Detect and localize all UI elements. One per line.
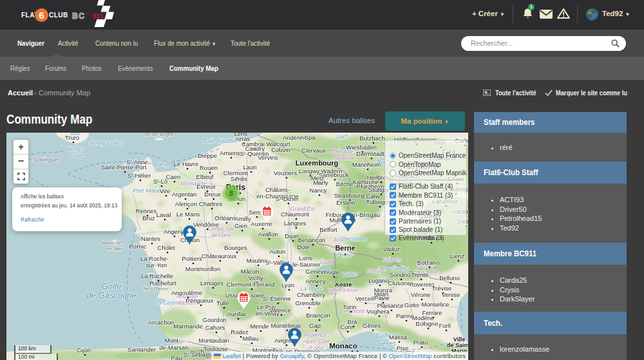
svg-text:Valence: Valence <box>269 307 291 314</box>
svg-text:Port Marie: Port Marie <box>133 187 161 194</box>
svg-text:Darmstadt: Darmstadt <box>356 150 384 157</box>
svg-text:Clervaux: Clervaux <box>301 147 326 154</box>
svg-text:Mannheim: Mannheim <box>352 161 381 168</box>
svg-text:Venise: Venise <box>442 291 460 298</box>
svg-text:Gijón: Gijón <box>77 346 91 354</box>
svg-text:Autun: Autun <box>270 248 286 255</box>
svg-text:Sᵗ-Hélier: Sᵗ-Hélier <box>128 172 151 179</box>
svg-text:Montmorillon: Montmorillon <box>185 265 220 272</box>
svg-text:Monza: Monza <box>374 287 393 294</box>
svg-text:Gênes: Gênes <box>377 340 395 347</box>
svg-text:Le Havre: Le Havre <box>174 160 199 167</box>
svg-text:Senlis: Senlis <box>231 175 247 182</box>
svg-text:Lyon: Lyon <box>281 281 294 289</box>
svg-text:Chartres: Chartres <box>199 200 223 207</box>
svg-text:Golfe: Golfe <box>101 281 121 291</box>
svg-text:Monaco: Monaco <box>329 342 357 350</box>
svg-text:Santander: Santander <box>128 346 156 353</box>
svg-text:Bruz: Bruz <box>142 214 155 222</box>
svg-text:Langres: Langres <box>284 220 307 227</box>
svg-text:de-Marsan: de-Marsan <box>159 344 188 351</box>
svg-text:Rouen: Rouen <box>200 164 218 171</box>
svg-text:Genève: Genève <box>305 268 327 275</box>
svg-text:Tulle: Tulle <box>216 299 229 307</box>
svg-text:Gien: Gien <box>234 222 247 229</box>
svg-text:Ferrare: Ferrare <box>422 309 442 316</box>
svg-text:Cholet: Cholet <box>157 244 175 251</box>
svg-text:Dieppe: Dieppe <box>198 152 217 159</box>
svg-text:Sᵗ-Anne: Sᵗ-Anne <box>126 158 148 166</box>
svg-text:Mont-: Mont- <box>165 337 180 344</box>
svg-text:Châteauroux: Châteauroux <box>202 252 237 260</box>
svg-text:Mende: Mende <box>250 323 269 330</box>
svg-text:sur-Yon: sur-Yon <box>146 261 167 269</box>
svg-text:Nancy: Nancy <box>310 187 327 194</box>
svg-text:Belle-Île-: Belle-Île- <box>102 240 123 246</box>
svg-text:Argentan: Argentan <box>172 191 197 198</box>
svg-text:Rovereto: Rovereto <box>410 281 435 288</box>
svg-text:Luxembourg: Luxembourg <box>296 159 339 167</box>
svg-text:Grenoble: Grenoble <box>295 299 320 307</box>
svg-text:Bologne: Bologne <box>416 320 439 327</box>
svg-text:Alençon: Alençon <box>175 200 197 207</box>
svg-text:Bourges: Bourges <box>224 244 247 251</box>
svg-text:Belfort: Belfort <box>319 226 337 233</box>
svg-text:Évreux: Évreux <box>196 183 216 190</box>
svg-text:Vouziers: Vouziers <box>274 169 298 176</box>
svg-text:Aurillac: Aurillac <box>227 310 247 317</box>
svg-text:Gourdon: Gourdon <box>203 316 227 323</box>
svg-text:Queryl: Queryl <box>153 161 171 167</box>
svg-text:Berne: Berne <box>335 244 355 252</box>
svg-text:Vaud: Vaud <box>319 259 332 265</box>
svg-text:Belluno: Belluno <box>439 274 460 281</box>
svg-text:Arcachon: Arcachon <box>148 319 174 326</box>
svg-text:Andenne: Andenne <box>283 134 307 141</box>
svg-text:Trente: Trente <box>411 271 428 278</box>
svg-text:Provence-: Provence- <box>304 332 329 338</box>
svg-text:Clermont-Ferrand: Clermont-Ferrand <box>227 281 275 288</box>
svg-text:Clusone: Clusone <box>388 279 411 287</box>
svg-text:Sondrio: Sondrio <box>390 271 411 278</box>
svg-text:Poitiers: Poitiers <box>182 255 202 262</box>
svg-text:Baie d'Authie: Baie d'Authie <box>204 138 238 144</box>
svg-text:Cove: Cove <box>70 151 84 158</box>
svg-text:Berne: Berne <box>337 252 352 258</box>
svg-text:Amilly: Amilly <box>234 215 251 222</box>
svg-text:Jenny Cole's: Jenny Cole's <box>88 139 124 146</box>
svg-text:Cahors: Cahors <box>205 324 225 331</box>
svg-text:Parme: Parme <box>396 312 414 319</box>
svg-text:Alpes-Côte: Alpes-Côte <box>302 338 330 345</box>
svg-text:Massa: Massa <box>389 334 408 341</box>
svg-text:Rochefort: Rochefort <box>149 279 176 287</box>
svg-text:Îles Sortingues: Îles Sortingues <box>24 156 61 163</box>
svg-text:Limoges: Limoges <box>200 279 223 287</box>
svg-text:Turin: Turin <box>343 303 356 310</box>
svg-text:8: 8 <box>229 190 233 197</box>
svg-text:Angoulême: Angoulême <box>171 289 202 296</box>
svg-text:de Loire: de Loire <box>211 232 231 238</box>
svg-text:en-Mer: en-Mer <box>106 246 123 252</box>
svg-text:Voghera: Voghera <box>366 308 390 315</box>
svg-text:Valais: Valais <box>343 271 358 278</box>
svg-text:le-Saunier: le-Saunier <box>292 261 320 268</box>
svg-text:Butzbach: Butzbach <box>359 135 385 142</box>
svg-text:Chambéry: Chambéry <box>297 291 325 298</box>
svg-text:Chaumont: Chaumont <box>281 211 309 218</box>
svg-text:Laval: Laval <box>156 211 171 218</box>
svg-text:Pavie: Pavie <box>374 294 390 301</box>
svg-text:Vervins: Vervins <box>258 154 278 161</box>
svg-text:Bitche: Bitche <box>336 180 353 187</box>
svg-text:Monselice: Monselice <box>422 301 450 308</box>
svg-text:Vendôme: Vendôme <box>193 221 219 228</box>
svg-text:Marmande: Marmande <box>173 323 202 330</box>
svg-text:Dijon: Dijon <box>285 232 299 240</box>
svg-text:Avallon: Avallon <box>258 231 278 238</box>
svg-text:Tessin: Tessin <box>366 268 382 274</box>
svg-text:Vaduz: Vaduz <box>383 245 400 252</box>
svg-text:Dreux: Dreux <box>204 191 221 198</box>
svg-text:Lienz: Lienz <box>450 252 465 260</box>
svg-text:Lugano: Lugano <box>368 277 389 284</box>
svg-text:Strasbourg: Strasbourg <box>334 192 364 199</box>
svg-text:Le Mans: Le Mans <box>176 211 200 218</box>
svg-text:Erstein: Erstein <box>336 199 355 206</box>
